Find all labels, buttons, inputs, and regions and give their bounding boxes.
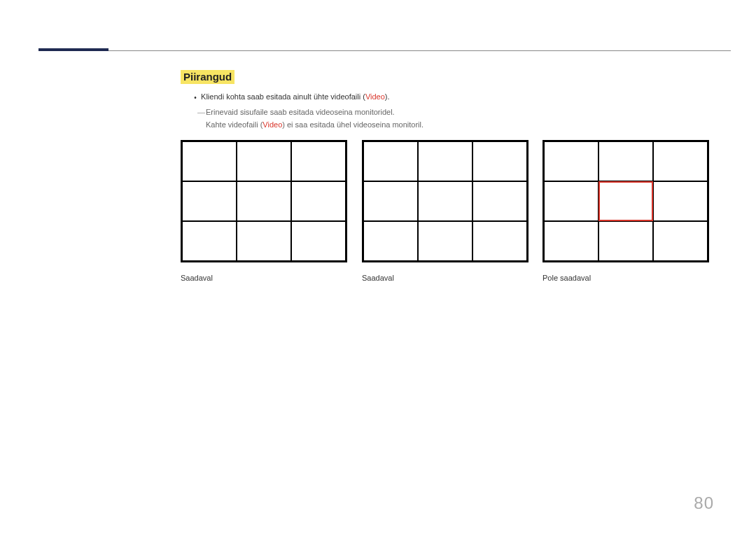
dash-line-2-suffix: ) ei saa esitada ühel videoseina monitor… xyxy=(282,120,424,129)
grid-cell xyxy=(363,141,418,181)
grid-cell xyxy=(544,141,598,181)
grid-figure-2: Saadaval xyxy=(362,140,528,282)
grid-caption-2: Saadaval xyxy=(362,274,528,282)
grid-cell xyxy=(472,221,527,261)
grid-cell xyxy=(472,181,527,221)
grid-cell xyxy=(544,221,598,261)
grid-cell xyxy=(237,141,291,181)
grid-cell xyxy=(598,221,653,261)
dash-sub-item: ―Erinevaid sisufaile saab esitada videos… xyxy=(197,106,424,131)
grid-3x3 xyxy=(542,140,709,262)
dash-line-2-prefix: Kahte videofaili ( xyxy=(206,120,262,129)
grid-cell xyxy=(653,141,708,181)
grid-3x3 xyxy=(362,140,528,262)
grid-cell xyxy=(418,181,472,221)
dash-icon: ― xyxy=(197,106,206,119)
grid-cell xyxy=(598,141,653,181)
grid-figure-1: Saadaval xyxy=(181,140,347,282)
grid-cell xyxy=(472,141,527,181)
grid-cell xyxy=(418,141,472,181)
accent-bar xyxy=(38,48,108,51)
bullet-item: • Kliendi kohta saab esitada ainult ühte… xyxy=(192,92,390,101)
section-heading: Piirangud xyxy=(181,70,234,84)
bullet-text-prefix: Kliendi kohta saab esitada ainult ühte v… xyxy=(201,92,365,101)
grid-cell xyxy=(291,221,346,261)
grid-cell xyxy=(363,181,418,221)
top-horizontal-rule xyxy=(38,50,731,51)
grid-figure-3: Pole saadaval xyxy=(542,140,709,282)
grid-cell xyxy=(182,181,237,221)
grid-cell-highlighted xyxy=(598,181,653,221)
grid-caption-1: Saadaval xyxy=(181,274,347,282)
grid-3x3 xyxy=(181,140,347,262)
grid-cell xyxy=(291,141,346,181)
grid-cell xyxy=(182,221,237,261)
grid-cell xyxy=(544,181,598,221)
dash-line-2-video: Video xyxy=(262,120,282,129)
grid-cell xyxy=(237,221,291,261)
bullet-disc-icon: • xyxy=(192,94,199,101)
grid-caption-3: Pole saadaval xyxy=(542,274,709,282)
page-number: 80 xyxy=(694,493,714,513)
document-page: Piirangud • Kliendi kohta saab esitada a… xyxy=(0,0,756,534)
grid-cell xyxy=(291,181,346,221)
grid-cell xyxy=(363,221,418,261)
bullet-text-suffix: ). xyxy=(385,92,390,101)
grid-cell xyxy=(653,221,708,261)
dash-spacer xyxy=(197,119,206,132)
dash-line-1: Erinevaid sisufaile saab esitada videose… xyxy=(206,108,395,116)
grid-cell xyxy=(237,181,291,221)
grid-cell xyxy=(182,141,237,181)
grid-cell xyxy=(418,221,472,261)
bullet-text-video: Video xyxy=(365,92,385,101)
grid-cell xyxy=(653,181,708,221)
